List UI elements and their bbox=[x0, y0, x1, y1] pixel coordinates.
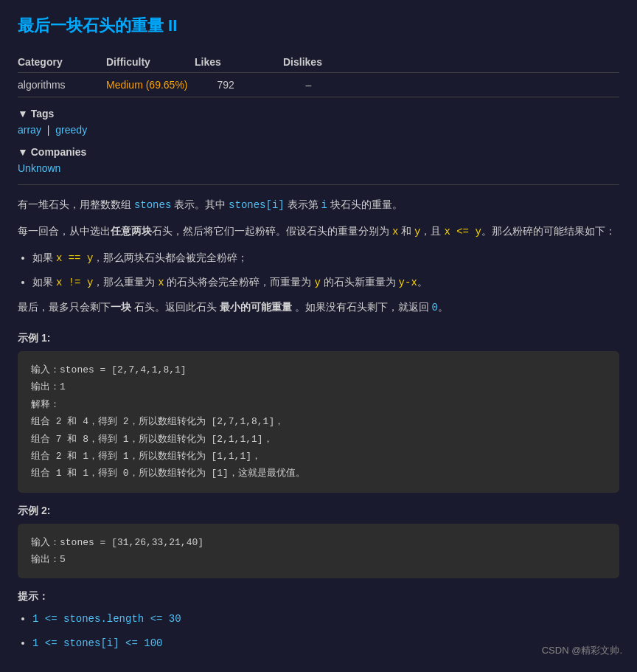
divider bbox=[18, 184, 619, 185]
companies-unknown[interactable]: Unknown bbox=[18, 162, 60, 174]
cell-dislikes: – bbox=[306, 79, 365, 91]
hints-title: 提示： bbox=[18, 590, 619, 603]
tag-separator: | bbox=[44, 124, 52, 136]
example1-line3: 组合 2 和 1，得到 1，所以数组转化为 [1,1,1]， bbox=[31, 448, 606, 465]
hints-section: 提示： 1 <= stones.length <= 30 1 <= stones… bbox=[18, 590, 619, 652]
example1-line1: 组合 2 和 4，得到 2，所以数组转化为 [2,7,1,8,1]， bbox=[31, 413, 606, 430]
example1-explanation-title: 解释： bbox=[31, 396, 606, 413]
tag-greedy[interactable]: greedy bbox=[55, 124, 87, 136]
watermark: CSDN @精彩文帅. bbox=[542, 644, 622, 657]
header-difficulty: Difficulty bbox=[106, 56, 165, 68]
hint-item-2: 1 <= stones[i] <= 100 bbox=[32, 634, 619, 653]
example1-input: 输入：stones = [2,7,4,1,8,1] bbox=[31, 361, 606, 378]
table-header: Category Difficulty Likes Dislikes bbox=[18, 52, 619, 73]
header-category: Category bbox=[18, 56, 77, 68]
bullet-item-1: 如果 x == y，那么两块石头都会被完全粉碎； bbox=[32, 249, 619, 268]
hint-item-1: 1 <= stones.length <= 30 bbox=[32, 609, 619, 628]
example2-output: 输出：5 bbox=[31, 551, 606, 568]
example2-input: 输入：stones = [31,26,33,21,40] bbox=[31, 534, 606, 551]
problem-table: Category Difficulty Likes Dislikes algor… bbox=[18, 52, 619, 97]
header-dislikes: Dislikes bbox=[283, 56, 342, 68]
examples-section: 示例 1: 输入：stones = [2,7,4,1,8,1] 输出：1 解释：… bbox=[18, 332, 619, 579]
tags-list: array | greedy bbox=[18, 124, 619, 136]
companies-value: Unknown bbox=[18, 162, 619, 174]
cell-likes: 792 bbox=[217, 79, 276, 91]
table-data-row: algorithms Medium (69.65%) 792 – bbox=[18, 73, 619, 97]
example1-line2: 组合 7 和 8，得到 1，所以数组转化为 [2,1,1,1]， bbox=[31, 431, 606, 448]
example2-title: 示例 2: bbox=[18, 505, 619, 518]
header-likes: Likes bbox=[195, 56, 254, 68]
problem-description: 有一堆石头，用整数数组 stones 表示。其中 stones[i] 表示第 i… bbox=[18, 195, 619, 317]
bullet-list: 如果 x == y，那么两块石头都会被完全粉碎； 如果 x != y，那么重量为… bbox=[32, 249, 619, 291]
bullet-item-2: 如果 x != y，那么重量为 x 的石头将会完全粉碎，而重量为 y 的石头新重… bbox=[32, 273, 619, 292]
example1-output: 输出：1 bbox=[31, 378, 606, 395]
example1-line4: 组合 1 和 1，得到 0，所以数组转化为 [1]，这就是最优值。 bbox=[31, 465, 606, 482]
page-title: 最后一块石头的重量 II bbox=[18, 15, 619, 37]
cell-difficulty: Medium (69.65%) bbox=[106, 79, 188, 91]
example1-code-block: 输入：stones = [2,7,4,1,8,1] 输出：1 解释： 组合 2 … bbox=[18, 351, 619, 493]
cell-category: algorithms bbox=[18, 79, 77, 91]
example2-code-block: 输入：stones = [31,26,33,21,40] 输出：5 bbox=[18, 524, 619, 579]
tag-array[interactable]: array bbox=[18, 124, 41, 136]
desc-para3: 最后，最多只会剩下一块 石头。返回此石头 最小的可能重量 。如果没有石头剩下，就… bbox=[18, 298, 619, 317]
hints-list: 1 <= stones.length <= 30 1 <= stones[i] … bbox=[32, 609, 619, 652]
companies-section-title: ▼ Companies bbox=[18, 146, 619, 158]
desc-para1: 有一堆石头，用整数数组 stones 表示。其中 stones[i] 表示第 i… bbox=[18, 195, 619, 215]
example1-title: 示例 1: bbox=[18, 332, 619, 345]
tags-section-title: ▼ Tags bbox=[18, 108, 619, 119]
desc-para2: 每一回合，从中选出任意两块石头，然后将它们一起粉碎。假设石头的重量分别为 x 和… bbox=[18, 222, 619, 241]
